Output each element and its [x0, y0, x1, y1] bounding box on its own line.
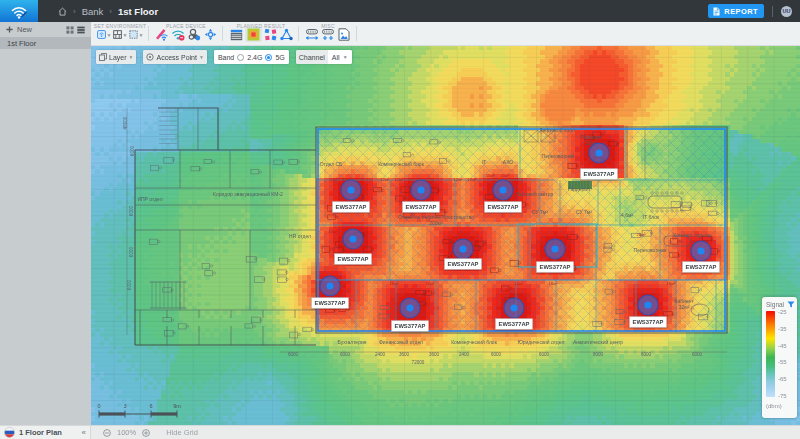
scale-label: 6: [149, 403, 152, 409]
breadcrumb-separator: ›: [73, 7, 76, 16]
dimension-label: 6000: [127, 279, 132, 290]
wall-material-button[interactable]: ▼: [113, 27, 128, 42]
app-logo[interactable]: [0, 0, 38, 22]
chevron-down-icon: ▼: [129, 54, 134, 60]
channel-view-button[interactable]: [263, 27, 278, 42]
place-ap-button[interactable]: [171, 27, 186, 42]
toolbar-group-label: MISC: [299, 23, 357, 29]
ap-label: EWS377AP: [540, 264, 571, 270]
room-label: 4,6м²: [621, 212, 633, 218]
home-icon[interactable]: [58, 7, 67, 16]
room-label: Коридор эвакуационный КМ-2: [213, 191, 283, 197]
breadcrumb: › Bank › 1st Floor: [58, 6, 158, 17]
band-2-4g-label[interactable]: 2.4G: [247, 54, 262, 61]
room-area-label: 16м²: [390, 281, 400, 286]
toolbar-group-place-device: PLACE DEVICE: [149, 22, 223, 45]
list-view-icon[interactable]: [77, 26, 85, 34]
chevron-down-icon: ▼: [199, 54, 204, 60]
zoom-in-button[interactable]: [142, 429, 150, 437]
access-point-label: Access Point: [156, 54, 196, 61]
room-label: 200м²: [429, 220, 443, 226]
room-area-label: 18м²: [667, 281, 677, 286]
calibrate-scale-button[interactable]: [321, 27, 336, 42]
statusbar-zoom-section: 100% Hide Grid: [91, 428, 198, 437]
legend-tick-labels: -25-35-45-55-65-75: [778, 309, 787, 399]
room-label: Переговорная: [634, 247, 667, 253]
breadcrumb-project[interactable]: Bank: [82, 6, 104, 17]
room-area-label: 10м²: [515, 281, 525, 286]
chevron-down-icon: ▼: [343, 54, 348, 60]
client-group-icon: [188, 28, 201, 41]
legend-unit: (dbm): [766, 403, 797, 409]
export-image-button[interactable]: [337, 27, 352, 42]
ap-label: EWS377AP: [315, 300, 346, 306]
channel-dropdown[interactable]: Channel All ▼: [296, 50, 352, 64]
layer-dropdown[interactable]: Layer ▼: [96, 50, 136, 64]
room-label: Лифтовой холл: [539, 127, 575, 133]
room-label: Отдел СБ: [320, 161, 343, 167]
band-5g-label[interactable]: 5G: [275, 54, 284, 61]
user-avatar[interactable]: UU: [781, 6, 792, 17]
heatmap-icon: [247, 28, 260, 41]
room-label: Аналитический центр: [573, 339, 623, 345]
status-bar: 1 Floor Plan « 100% Hide Grid: [0, 425, 800, 439]
dimension-label: 6000: [288, 352, 299, 357]
zoom-out-button[interactable]: [103, 429, 111, 437]
ap-label: EWS377AP: [448, 261, 479, 267]
report-button[interactable]: REPORT: [708, 4, 764, 18]
room-area-label: 12м²: [468, 177, 478, 182]
new-floor-button[interactable]: New: [6, 25, 32, 34]
environment-mode-button[interactable]: ▼: [97, 27, 112, 42]
breadcrumb-separator: ›: [109, 7, 112, 16]
heatmap-view-button[interactable]: [245, 27, 262, 42]
collapse-sidebar-button[interactable]: «: [82, 429, 86, 437]
room-label: Бухгалтерия: [338, 339, 367, 345]
room-area-label: 26м²: [637, 232, 647, 237]
russia-flag-icon[interactable]: [4, 427, 15, 438]
measure-distance-button[interactable]: [305, 27, 320, 42]
ap-label: EWS377AP: [488, 204, 519, 210]
draw-signal-button[interactable]: [155, 27, 170, 42]
result-table-button[interactable]: [229, 27, 244, 42]
toolbar-group-planned-result: PLANNED RESULT: [223, 22, 299, 45]
ap-box-icon: [97, 28, 106, 41]
toolbar-group-label: PLANNED RESULT: [223, 23, 299, 29]
new-floor-label: New: [17, 25, 32, 34]
room-label: Бытовой сектор: [517, 191, 554, 197]
room-area-label: 11м²: [486, 173, 495, 178]
room-area-label: 13м²: [329, 229, 339, 234]
room-label: СУ 7м²: [532, 209, 548, 215]
room-area-label: 12м²: [454, 177, 464, 182]
topology-view-button[interactable]: [279, 27, 294, 42]
sidebar-item-1st-floor[interactable]: 1st Floor: [0, 37, 91, 49]
draw-area-button[interactable]: ▼: [129, 27, 144, 42]
place-client-button[interactable]: [187, 27, 202, 42]
room-area-label: 11м²: [501, 173, 510, 178]
legend-title: Signal: [766, 301, 784, 308]
access-point-dropdown[interactable]: Access Point ▼: [143, 50, 206, 64]
report-document-icon: [713, 7, 720, 16]
legend-filter-icon[interactable]: [787, 301, 795, 308]
hide-grid-button[interactable]: Hide Grid: [166, 428, 198, 437]
signal-legend: Signal -25-35-45-55-65-75 (dbm): [762, 297, 797, 418]
ap-label: EWS377AP: [686, 264, 717, 270]
legend-tick: -45: [778, 343, 787, 349]
topology-triangle-icon: [280, 28, 293, 41]
dimension-label: 48000: [123, 116, 128, 129]
band-label: Band: [218, 54, 234, 61]
wifi-planner-app: › Bank › 1st Floor REPORT UU SET ENVIRON…: [0, 0, 800, 439]
band-radio-2-4g[interactable]: [237, 54, 244, 61]
room-label: Комната отдыха: [673, 232, 711, 238]
move-icon: [204, 28, 217, 41]
grid-view-icon[interactable]: [66, 26, 74, 34]
dimension-label: 6000: [539, 352, 550, 357]
room-label: СУ 7м²: [576, 209, 592, 215]
move-device-button[interactable]: [203, 27, 218, 42]
floor-plan-map[interactable]: 6000600024003600360024006000600080006000…: [91, 46, 800, 425]
band-radio-5g[interactable]: [265, 54, 272, 61]
toolbar-group-misc: MISC: [299, 22, 357, 45]
room-area-label: 16м²: [549, 281, 559, 286]
room-label: Коммерческий блок: [378, 161, 424, 167]
ap-label: EWS377AP: [406, 204, 437, 210]
room-label: Коммерческий блок: [451, 339, 497, 345]
